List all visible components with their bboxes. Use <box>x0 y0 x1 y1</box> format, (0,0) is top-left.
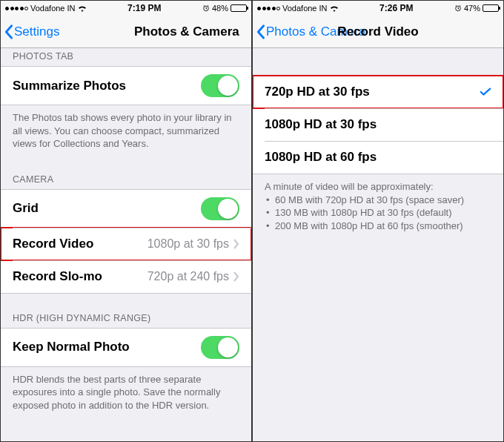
cell-label: Summarize Photos <box>13 79 201 93</box>
section-header-camera: CAMERA <box>1 162 251 189</box>
clock-label: 7:19 PM <box>127 3 161 13</box>
cell-value: 720p at 240 fps <box>147 270 229 283</box>
row-grid[interactable]: Grid <box>1 190 251 228</box>
chevron-right-icon <box>233 271 239 282</box>
carrier-label: Vodafone IN <box>282 4 328 13</box>
footer-summarize: The Photos tab shows every photo in your… <box>1 105 251 162</box>
toggle-keep-normal-photo[interactable] <box>201 336 239 359</box>
signal-strength-icon <box>5 7 28 10</box>
toggle-summarize-photos[interactable] <box>201 74 239 97</box>
status-bar: Vodafone IN 7:26 PM 47% <box>253 1 503 16</box>
option-1080p-60fps[interactable]: 1080p HD at 60 fps <box>253 141 503 174</box>
row-record-video[interactable]: Record Video 1080p at 30 fps <box>1 228 251 260</box>
battery-icon <box>231 4 247 12</box>
battery-percent-label: 48% <box>212 4 228 13</box>
signal-strength-icon <box>257 7 280 10</box>
alarm-icon <box>454 4 462 12</box>
toggle-grid[interactable] <box>201 197 239 220</box>
row-keep-normal-photo[interactable]: Keep Normal Photo <box>1 329 251 366</box>
row-record-slomo[interactable]: Record Slo-mo 720p at 240 fps <box>1 260 251 293</box>
cell-label: Record Slo-mo <box>13 269 147 284</box>
battery-percent-label: 47% <box>464 4 480 13</box>
status-bar: Vodafone IN 7:19 PM 48% <box>1 1 251 16</box>
row-summarize-photos[interactable]: Summarize Photos <box>1 67 251 105</box>
cell-value: 1080p at 30 fps <box>147 237 229 251</box>
footer-hdr: HDR blends the best parts of three separ… <box>1 367 251 424</box>
back-label: Settings <box>14 24 59 39</box>
carrier-label: Vodafone IN <box>30 4 76 13</box>
cell-label: Keep Normal Photo <box>13 340 201 354</box>
footer-item: 60 MB with 720p HD at 30 fps (space save… <box>265 194 491 207</box>
back-label: Photos & Camera <box>266 24 365 39</box>
nav-bar: Settings Photos & Camera <box>1 16 251 48</box>
battery-icon <box>483 4 499 12</box>
cell-label: Record Video <box>13 237 147 251</box>
cell-label: Grid <box>13 201 201 216</box>
option-label: 1080p HD at 60 fps <box>265 150 491 165</box>
footer-intro: A minute of video will be approximately: <box>265 180 491 194</box>
chevron-right-icon <box>233 239 239 249</box>
clock-label: 7:26 PM <box>379 3 413 13</box>
nav-bar: Photos & Camera Record Video <box>253 16 503 48</box>
footer-item: 130 MB with 1080p HD at 30 fps (default) <box>265 206 491 220</box>
screen-record-video: Vodafone IN 7:26 PM 47% Photos & Camera … <box>251 1 503 441</box>
option-label: 1080p HD at 30 fps <box>265 117 491 132</box>
footer-video-sizes: A minute of video will be approximately:… <box>253 174 503 244</box>
option-1080p-30fps[interactable]: 1080p HD at 30 fps <box>253 108 503 141</box>
wifi-icon <box>78 4 87 12</box>
back-button[interactable]: Photos & Camera <box>253 24 365 40</box>
section-header-photos-tab: PHOTOS TAB <box>1 48 251 66</box>
checkmark-icon <box>480 87 491 97</box>
screen-photos-camera: Vodafone IN 7:19 PM 48% Settings Photos … <box>1 1 251 441</box>
option-label: 720p HD at 30 fps <box>265 85 480 99</box>
back-button[interactable]: Settings <box>1 24 59 40</box>
option-720p-30fps[interactable]: 720p HD at 30 fps <box>253 76 503 108</box>
wifi-icon <box>330 4 339 12</box>
alarm-icon <box>202 4 210 12</box>
section-header-hdr: HDR (HIGH DYNAMIC RANGE) <box>1 294 251 328</box>
footer-item: 200 MB with 1080p HD at 60 fps (smoother… <box>265 220 491 233</box>
